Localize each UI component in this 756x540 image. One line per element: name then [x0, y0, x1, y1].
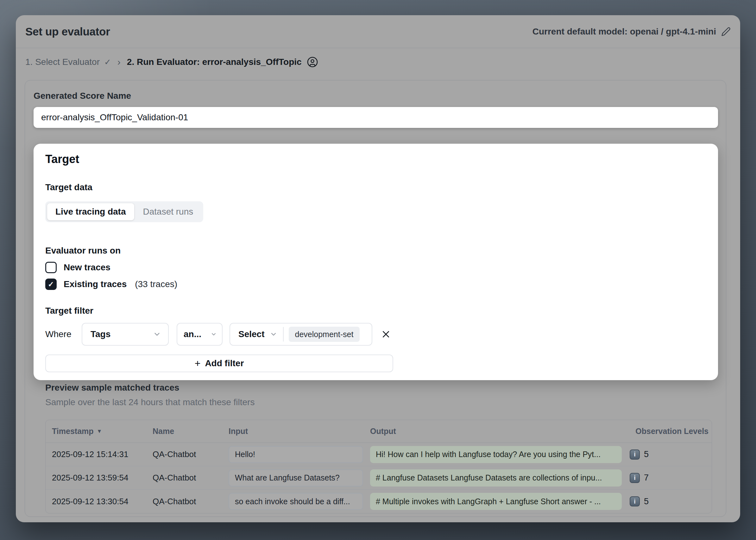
add-filter-label: Add filter: [205, 358, 244, 368]
cell-name: QA-Chatbot: [153, 473, 228, 483]
target-data-tabs: Live tracing data Dataset runs: [45, 201, 203, 222]
new-traces-checkbox[interactable]: [45, 262, 57, 273]
preview-subtitle: Sample over the last 24 hours that match…: [45, 397, 254, 407]
generated-score-name-label: Generated Score Name: [34, 91, 131, 101]
filter-column-value: Tags: [90, 329, 110, 339]
page-title: Set up evaluator: [25, 25, 110, 38]
add-filter-button[interactable]: + Add filter: [45, 354, 393, 372]
breadcrumb-step1-label: 1. Select Evaluator: [25, 57, 100, 67]
setup-evaluator-modal: Set up evaluator Current default model: …: [16, 15, 740, 522]
remove-filter-button[interactable]: [381, 330, 391, 339]
table-header-row: Timestamp ▼ Name Input Output Observatio…: [46, 420, 712, 443]
table-row[interactable]: 2025-09-12 13:30:54 QA-Chatbot so each i…: [46, 490, 712, 513]
existing-traces-option[interactable]: ✓ Existing traces (33 traces): [45, 278, 177, 291]
chevron-down-icon: [211, 331, 217, 338]
cell-input-pill: so each invoke should be a diff...: [228, 493, 363, 510]
cell-observation-levels: i 5: [630, 450, 712, 460]
new-traces-label: New traces: [64, 262, 110, 273]
default-model-label: Current default model: openai / gpt-4.1-…: [532, 27, 716, 37]
breadcrumb-step-run-evaluator: 2. Run Evaluator: error-analysis_OffTopi…: [127, 56, 318, 68]
cell-name: QA-Chatbot: [153, 450, 228, 459]
user-circle-icon: [307, 56, 318, 68]
checkbox-check-icon: ✓: [48, 280, 54, 289]
new-traces-option[interactable]: New traces: [45, 261, 110, 274]
timestamp-header-label: Timestamp: [52, 427, 94, 436]
filter-row: Where Tags an... Select: [45, 323, 391, 346]
page-background: { "icons": { "check": "✓", "breadcrumb_s…: [0, 0, 756, 540]
existing-traces-count: (33 traces): [135, 279, 177, 289]
default-model-info: Current default model: openai / gpt-4.1-…: [532, 27, 731, 37]
modal-header: Set up evaluator Current default model: …: [16, 15, 740, 48]
cell-timestamp: 2025-09-12 15:14:31: [46, 450, 153, 459]
cell-input-pill: What are Langfuse Datasets?: [228, 470, 363, 486]
close-icon: [381, 330, 391, 339]
cell-name: QA-Chatbot: [153, 497, 228, 506]
sort-desc-icon: ▼: [97, 428, 102, 435]
tab-live-tracing-data[interactable]: Live tracing data: [47, 203, 134, 220]
chevron-right-icon: ›: [117, 57, 121, 68]
observation-count: 7: [644, 473, 649, 483]
cell-output-pill: # Langfuse Datasets Langfuse Datasets ar…: [370, 470, 622, 486]
observation-count: 5: [644, 497, 649, 506]
filter-operator-value: an...: [184, 329, 201, 339]
table-row[interactable]: 2025-09-12 15:14:31 QA-Chatbot Hello! Hi…: [46, 443, 712, 466]
filter-operator-select[interactable]: an...: [177, 323, 223, 346]
breadcrumb-step2-label: 2. Run Evaluator: error-analysis_OffTopi…: [127, 57, 302, 67]
target-data-label: Target data: [45, 182, 92, 193]
matched-traces-table: Timestamp ▼ Name Input Output Observatio…: [45, 420, 712, 513]
cell-timestamp: 2025-09-12 13:59:54: [46, 473, 153, 483]
filter-value-combobox[interactable]: Select development-set: [229, 323, 372, 346]
breadcrumb-step-select-evaluator[interactable]: 1. Select Evaluator ✓: [25, 57, 111, 67]
preview-title: Preview sample matched traces: [45, 383, 179, 393]
column-header-output: Output: [370, 427, 630, 436]
existing-traces-label: Existing traces: [64, 279, 127, 289]
combo-divider: [283, 327, 284, 341]
table-row[interactable]: 2025-09-12 13:59:54 QA-Chatbot What are …: [46, 466, 712, 490]
step-complete-check-icon: ✓: [104, 57, 111, 67]
target-card: Target Target data Live tracing data Dat…: [34, 144, 718, 380]
tab-dataset-runs[interactable]: Dataset runs: [135, 203, 202, 220]
target-filter-label: Target filter: [45, 306, 93, 316]
column-header-name: Name: [153, 427, 228, 436]
observation-count: 5: [644, 450, 649, 459]
chevron-down-icon: [153, 330, 161, 338]
cell-observation-levels: i 7: [630, 473, 712, 483]
where-label: Where: [45, 329, 82, 339]
breadcrumb: 1. Select Evaluator ✓ › 2. Run Evaluator…: [16, 49, 740, 76]
plus-icon: +: [195, 358, 201, 368]
evaluator-form-container: Generated Score Name Target Target data …: [25, 80, 726, 517]
info-level-badge-icon: i: [630, 450, 640, 460]
info-level-badge-icon: i: [630, 473, 640, 483]
info-level-badge-icon: i: [630, 496, 640, 506]
cell-output-pill: Hi! How can I help with Langfuse today? …: [370, 446, 622, 463]
filter-value-placeholder: Select: [238, 329, 265, 339]
column-header-input: Input: [228, 427, 370, 436]
generated-score-name-input[interactable]: [34, 107, 718, 128]
chevron-down-icon: [270, 331, 277, 338]
column-header-timestamp[interactable]: Timestamp ▼: [46, 427, 153, 436]
edit-pencil-icon[interactable]: [721, 27, 731, 36]
cell-timestamp: 2025-09-12 13:30:54: [46, 497, 153, 506]
cell-output-pill: # Multiple invokes with LangGraph + Lang…: [370, 493, 622, 510]
filter-value-select[interactable]: Select: [230, 329, 283, 339]
evaluator-runs-on-label: Evaluator runs on: [45, 246, 121, 256]
filter-column-select[interactable]: Tags: [82, 323, 169, 346]
target-section-title: Target: [45, 153, 79, 166]
selected-tag-chip[interactable]: development-set: [289, 327, 360, 342]
cell-observation-levels: i 5: [630, 496, 712, 506]
column-header-observation-levels: Observation Levels: [630, 427, 712, 436]
existing-traces-checkbox[interactable]: ✓: [45, 279, 57, 290]
cell-input-pill: Hello!: [228, 446, 363, 463]
